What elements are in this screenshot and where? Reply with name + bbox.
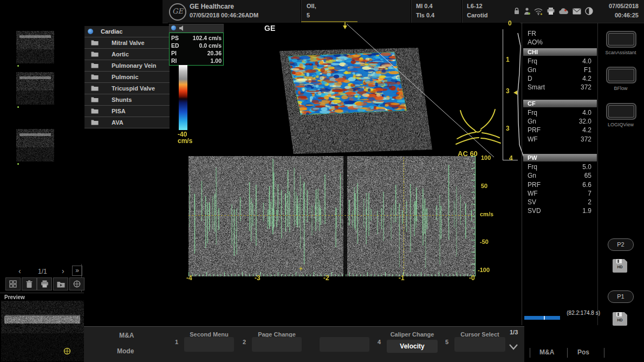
menu-item-label: Tricuspid Valve — [112, 83, 155, 94]
cine-progress-bar[interactable] — [524, 316, 560, 320]
param-row: D4.2 — [523, 74, 597, 83]
measurement-row: PI20.36 — [171, 49, 222, 57]
spectral-doppler-image[interactable] — [188, 156, 478, 276]
measurement-row: PS102.4 cm/s — [171, 34, 222, 42]
param-value: 6.6 — [582, 180, 591, 189]
meas-value: 20.36 — [207, 49, 222, 57]
param-row: WF7 — [523, 189, 597, 198]
menu-item-mitral-valve[interactable]: Mitral Valve — [84, 37, 170, 49]
time-axis-label: -4 — [186, 274, 192, 282]
save-disk-button[interactable]: HD — [613, 312, 627, 326]
menu-item-shunts[interactable]: Shunts — [84, 94, 170, 106]
printer-icon — [41, 280, 49, 288]
panel-divider — [597, 23, 598, 325]
trackball-ma-label: M&A — [539, 348, 554, 356]
status-icon-tray — [513, 7, 593, 15]
menu-header-label: Cardiac — [101, 26, 122, 37]
time-caliper-mark: + — [299, 265, 303, 273]
clipboard-page-indicator: 1/1 — [38, 268, 47, 275]
param-label: SVD — [528, 206, 541, 215]
clipboard-thumbnail[interactable] — [16, 72, 54, 105]
save-disk-button[interactable]: HD — [613, 259, 627, 273]
param-value: 1.9 — [582, 206, 591, 215]
last-page-button[interactable]: » — [72, 266, 82, 276]
meas-label: RI — [171, 57, 177, 64]
time-axis-label: -3 — [255, 274, 261, 282]
tis-value: TIs 0.4 — [416, 12, 434, 18]
menu-item-pulmonary-vein[interactable]: Pulmonary Vein — [84, 60, 170, 72]
depth-ruler — [503, 29, 503, 160]
layout-grid-button[interactable] — [5, 277, 21, 290]
preview-divider — [0, 293, 84, 293]
mode-label: Mode — [117, 347, 134, 355]
param-row: WF372 — [523, 135, 597, 144]
menu-item-label: Pulmonic — [112, 72, 139, 82]
focus-marker-icon[interactable] — [512, 90, 518, 95]
wifi-icon — [534, 8, 543, 15]
bflow-label: BFlow — [597, 86, 644, 91]
param-row: Frq5.0 — [523, 163, 597, 171]
ge-logo: GE — [169, 3, 186, 21]
param-value: 4.0 — [582, 57, 591, 66]
measurement-menu: Cardiac Mitral Valve Aortic Pulmonary Ve… — [84, 25, 170, 129]
target-icon — [73, 280, 81, 288]
next-page-button[interactable]: › — [62, 267, 64, 275]
result-bullet-icon — [171, 25, 176, 30]
menu-header-cardiac[interactable]: Cardiac — [84, 26, 170, 37]
menu-item-pisa[interactable]: PISA — [84, 106, 170, 117]
menu-item-label: Aortic — [112, 49, 129, 60]
speaker-mute-icon — [179, 25, 185, 31]
transfer-button[interactable] — [69, 277, 84, 290]
param-label: PRF — [528, 126, 541, 134]
active-field-underline — [301, 21, 357, 22]
softkey-button-1[interactable] — [184, 337, 234, 352]
clipboard-thumbnail[interactable] — [16, 31, 54, 63]
param-row: Gn32.0 — [523, 117, 597, 126]
menu-item-label: PISA — [112, 106, 126, 117]
velocity-axis-label: -100 — [478, 267, 490, 273]
folder-icon — [91, 62, 99, 68]
depth-tick-label: 0 — [508, 20, 512, 27]
menu-item-label: Pulmonary Vein — [112, 60, 157, 71]
softkey-bar: M&A Mode 1 Second Menu 2 Page Change 4 C… — [84, 326, 524, 362]
param-value: 372 — [581, 135, 591, 144]
p1-button[interactable]: P1 — [608, 290, 634, 303]
logiqview-button[interactable] — [606, 103, 636, 120]
logiqview-label: LOGIQView — [597, 122, 644, 127]
softkey-button-3[interactable] — [320, 337, 369, 352]
thumbnail-marker — [17, 106, 19, 108]
menu-item-label: Shunts — [112, 94, 132, 105]
softkey-button-5[interactable] — [454, 337, 505, 352]
bflow-button[interactable] — [606, 67, 636, 83]
menu-item-tricuspid-valve[interactable]: Tricuspid Valve — [84, 83, 170, 94]
softkey-button-2[interactable] — [252, 337, 302, 352]
meas-value: 1.00 — [211, 57, 222, 64]
delete-image-button[interactable] — [22, 277, 37, 290]
prev-page-button[interactable]: ‹ — [18, 267, 21, 275]
save-clip-button[interactable] — [53, 277, 68, 290]
preview-image[interactable] — [1, 301, 84, 361]
printer-icon — [547, 7, 555, 15]
param-row: AO% — [523, 38, 597, 47]
menu-item-ava[interactable]: AVA — [84, 117, 170, 128]
scan-assistant-button[interactable] — [606, 31, 636, 48]
softkey-button-4-velocity[interactable]: Velocity — [387, 340, 438, 353]
param-value: 5.0 — [582, 163, 591, 171]
softkey-page-down-button[interactable] — [508, 343, 519, 351]
folder-icon — [91, 108, 99, 114]
clipboard-thumbnail[interactable] — [16, 129, 54, 161]
network-cloud-icon — [559, 8, 569, 15]
orientation-mark: GE — [264, 24, 275, 33]
depth-tick-label: 4 — [509, 154, 513, 162]
cine-cursor-line[interactable] — [404, 157, 404, 274]
softkey-label: Caliper Change — [382, 331, 442, 338]
menu-item-aortic[interactable]: Aortic — [84, 49, 170, 60]
p2-button[interactable]: P2 — [608, 238, 634, 251]
print-image-button[interactable] — [37, 277, 52, 290]
menu-item-pulmonic[interactable]: Pulmonic — [84, 72, 170, 83]
thumbnail-marker — [17, 163, 19, 165]
param-value: 4.2 — [582, 126, 591, 134]
scan-assistant-label: ScanAssistant — [597, 50, 644, 55]
contrast-icon — [585, 7, 593, 15]
top-status-bar: GE GE Healthcare 07/05/2018 00:46:26ADM … — [162, 0, 644, 23]
